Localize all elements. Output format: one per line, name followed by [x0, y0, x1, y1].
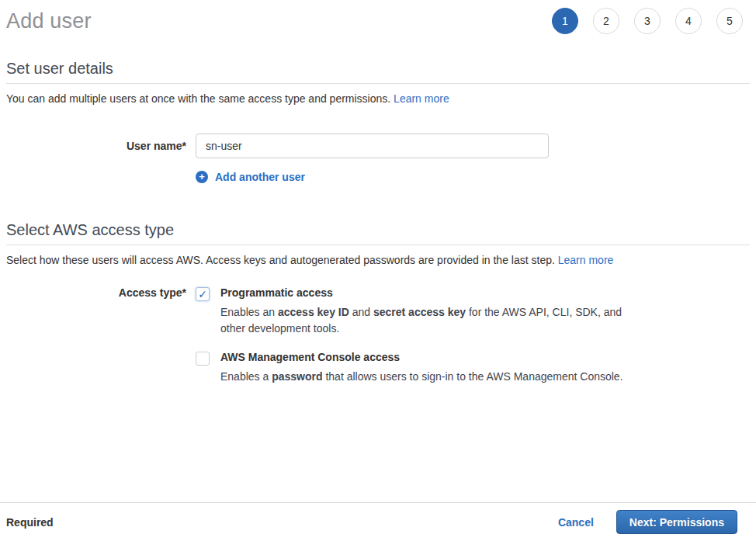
add-user-page: Add user 1 2 3 4 5 Set user details You … [0, 0, 756, 385]
set-user-details-section: Set user details You can add multiple us… [6, 60, 750, 183]
access-type-row: Access type* ✓ Programmatic access Enabl… [6, 286, 750, 385]
wizard-step-2[interactable]: 2 [593, 8, 619, 34]
set-user-details-heading: Set user details [6, 60, 750, 78]
wizard-step-4[interactable]: 4 [675, 8, 702, 34]
wizard-step-5[interactable]: 5 [716, 8, 743, 34]
select-access-type-section: Select AWS access type Select how these … [6, 221, 750, 385]
plus-circle-icon: + [196, 171, 208, 183]
add-another-user-button[interactable]: + Add another user [196, 171, 305, 183]
programmatic-access-checkbox[interactable]: ✓ [196, 287, 210, 301]
set-user-details-description: You can add multiple users at once with … [6, 92, 750, 105]
wizard-footer: Required Cancel Next: Permissions [0, 502, 756, 541]
cancel-button[interactable]: Cancel [558, 516, 594, 529]
console-access-option: ✓ AWS Management Console access Enables … [196, 351, 628, 385]
section-divider [6, 244, 750, 245]
select-access-type-description: Select how these users will access AWS. … [6, 254, 750, 266]
console-access-description: Enables a password that allows users to … [220, 369, 623, 385]
learn-more-link[interactable]: Learn more [558, 254, 614, 266]
wizard-step-indicator: 1 2 3 4 5 [552, 8, 750, 34]
user-name-label: User name* [6, 134, 186, 152]
required-note: Required [6, 516, 54, 529]
page-title: Add user [6, 9, 92, 33]
programmatic-access-title: Programmatic access [220, 286, 628, 299]
section-divider [6, 83, 750, 84]
console-access-checkbox[interactable]: ✓ [196, 352, 210, 366]
description-text: Select how these users will access AWS. … [6, 254, 558, 266]
page-header: Add user 1 2 3 4 5 [6, 0, 750, 34]
access-type-label: Access type* [6, 286, 186, 299]
learn-more-link[interactable]: Learn more [394, 92, 449, 105]
add-another-user-row: + Add another user [6, 169, 750, 183]
select-access-type-heading: Select AWS access type [6, 221, 750, 239]
wizard-step-3[interactable]: 3 [634, 8, 661, 34]
add-another-user-label: Add another user [215, 171, 305, 183]
user-name-input[interactable] [196, 134, 549, 158]
wizard-step-1[interactable]: 1 [552, 8, 578, 34]
description-text: You can add multiple users at once with … [6, 92, 394, 105]
programmatic-access-option: ✓ Programmatic access Enables an access … [196, 286, 628, 337]
user-name-row: User name* [6, 134, 750, 158]
programmatic-access-description: Enables an access key ID and secret acce… [220, 304, 628, 337]
next-permissions-button[interactable]: Next: Permissions [616, 510, 737, 534]
console-access-title: AWS Management Console access [220, 351, 623, 363]
